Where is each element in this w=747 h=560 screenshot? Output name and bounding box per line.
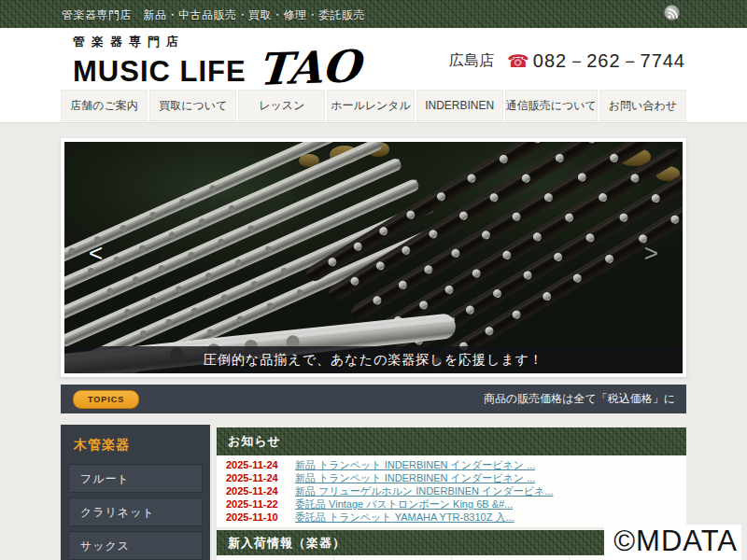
site-header: 管楽器専門店 MUSIC LIFE TAO 広島店 ☎ 082－262－7744 [0, 28, 747, 88]
sidebar-item-sax[interactable]: サックス [68, 531, 203, 560]
main-navigation: 店舗のご案内 買取について レッスン ホールレンタル INDERBINEN 通信… [0, 88, 747, 123]
sidebar-item-flute[interactable]: フルート [68, 464, 203, 493]
nav-item-contact[interactable]: お問い合わせ [599, 90, 686, 121]
news-link[interactable]: 委託品 トランペット YAMAHA YTR-8310Z 入... [295, 511, 514, 525]
site-logo[interactable]: 管楽器専門店 MUSIC LIFE TAO [73, 34, 359, 86]
news-header: お知らせ [217, 427, 686, 455]
nav-item-hall-rental[interactable]: ホールレンタル [327, 90, 414, 121]
news-row: 2025-11-24 新品 トランペット INDERBINEN インダービネン … [217, 458, 686, 471]
phone-icon: ☎ [507, 52, 529, 70]
news-link[interactable]: 委託品 Vintage バストロンボーン King 6B &#... [295, 497, 513, 511]
hero-caption: 圧倒的な品揃えで、あなたの楽器探しを応援します！ [64, 346, 683, 373]
topics-ticker-text[interactable]: 商品の販売価格は全て「税込価格」に [484, 391, 675, 407]
nav-item-inderbinen[interactable]: INDERBINEN [416, 90, 503, 121]
news-list: 2025-11-24 新品 トランペット INDERBINEN インダービネン … [217, 455, 686, 527]
topics-badge: TOPICS [73, 390, 139, 409]
header-contact: 広島店 ☎ 082－262－7744 [449, 49, 685, 74]
hero-image [64, 142, 683, 373]
news-link[interactable]: 新品 トランペット INDERBINEN インダービネン ... [295, 471, 535, 485]
news-row: 2025-11-10 委託品 トランペット YAMAHA YTR-8310Z 入… [217, 511, 686, 524]
slider-next-arrow-icon[interactable]: > [644, 241, 658, 265]
nav-item-store-guide[interactable]: 店舗のご案内 [61, 90, 148, 121]
logo-tao-script: TAO [256, 49, 360, 88]
news-link[interactable]: 新品 トランペット INDERBINEN インダービネン ... [295, 458, 535, 472]
news-date: 2025-11-22 [226, 498, 288, 510]
news-link[interactable]: 新品 フリューゲルホルン INDERBINEN インダービネ... [295, 484, 554, 498]
nav-item-lessons[interactable]: レッスン [238, 90, 325, 121]
watermark: ©MDATA [604, 525, 741, 560]
branch-name: 広島店 [449, 51, 494, 71]
topics-bar: TOPICS 商品の販売価格は全て「税込価格」に [61, 385, 686, 413]
sidebar-item-clarinet[interactable]: クラリネット [68, 497, 203, 526]
phone-number: 082－262－7744 [533, 49, 685, 74]
nav-item-mail-order[interactable]: 通信販売について [505, 90, 598, 121]
slider-prev-arrow-icon[interactable]: < [89, 241, 103, 265]
news-date: 2025-11-24 [226, 485, 288, 497]
news-date: 2025-11-10 [226, 511, 288, 523]
news-date: 2025-11-24 [226, 459, 288, 470]
rss-icon[interactable] [664, 5, 680, 21]
sidebar-title: 木管楽器 [61, 425, 210, 459]
hero-slider: 圧倒的な品揃えで、あなたの楽器探しを応援します！ < > [61, 138, 686, 377]
top-bar: 管楽器専門店 新品・中古品販売・買取・修理・委託販売 [0, 0, 747, 28]
nav-item-buyback[interactable]: 買取について [149, 90, 236, 121]
top-tagline: 管楽器専門店 新品・中古品販売・買取・修理・委託販売 [62, 7, 365, 23]
logo-brand-text: MUSIC LIFE [73, 57, 247, 86]
news-row: 2025-11-24 新品 トランペット INDERBINEN インダービネン … [217, 471, 686, 484]
news-row: 2025-11-24 新品 フリューゲルホルン INDERBINEN インダービ… [217, 484, 686, 497]
news-date: 2025-11-24 [226, 472, 288, 483]
sidebar-woodwind-menu: 木管楽器 フルート クラリネット サックス その他木管楽器 [61, 425, 210, 560]
news-row: 2025-11-22 委託品 Vintage バストロンボーン King 6B … [217, 497, 686, 511]
